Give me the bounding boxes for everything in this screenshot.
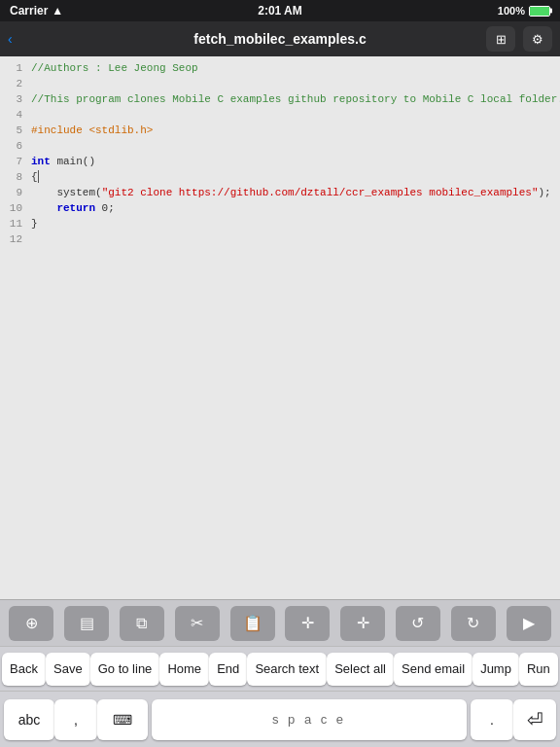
arrows-icon-left: ✛ xyxy=(301,614,314,632)
keyboard-toolbar-button[interactable]: ▤ xyxy=(64,606,109,641)
action-buttons-row: Back Save Go to line Home End Search tex… xyxy=(0,646,560,691)
back-button[interactable]: ‹ xyxy=(8,31,13,47)
code-editor[interactable]: 1 2 3 4 5 6 7 8 9 10 11 12 //Authors : L… xyxy=(0,56,560,599)
keyboard-icon: ▤ xyxy=(80,614,94,632)
add-toolbar-button[interactable]: ⊕ xyxy=(9,606,53,641)
line-num: 6 xyxy=(0,138,22,154)
title-actions: ⊞ ⚙ xyxy=(486,26,552,52)
keyboard-row: abc , ⌨ s p a c e . ⏎ xyxy=(0,691,560,747)
plus-circle-icon: ⊕ xyxy=(25,614,38,632)
gear-icon: ⚙ xyxy=(532,32,543,47)
period-key[interactable]: . xyxy=(471,699,513,740)
play-icon: ▶ xyxy=(523,614,535,632)
select-all-button[interactable]: Select all xyxy=(327,653,394,686)
status-time: 2:01 AM xyxy=(258,4,302,18)
line-num: 11 xyxy=(0,216,22,231)
home-action-button[interactable]: Home xyxy=(159,653,209,686)
line-num: 4 xyxy=(0,107,22,123)
line-num: 9 xyxy=(0,185,22,200)
line-numbers: 1 2 3 4 5 6 7 8 9 10 11 12 xyxy=(0,56,27,599)
screenshot-button[interactable]: ⊞ xyxy=(486,26,515,52)
back-action-button[interactable]: Back xyxy=(2,653,46,686)
comma-key[interactable]: , xyxy=(54,699,97,740)
copy-toolbar-button[interactable]: ⧉ xyxy=(120,606,164,641)
battery-percent: 100% xyxy=(498,5,525,17)
end-action-button[interactable]: End xyxy=(209,653,247,686)
redo-icon: ↻ xyxy=(467,614,479,632)
keyboard-layout-key[interactable]: ⌨ xyxy=(97,699,148,740)
back-chevron-icon: ‹ xyxy=(8,31,13,47)
arrows-icon-right: ✛ xyxy=(357,614,369,632)
clipboard-icon: 📋 xyxy=(243,614,262,632)
return-key[interactable]: ⏎ xyxy=(513,699,556,740)
copy-icon: ⧉ xyxy=(136,615,147,632)
scissors-icon: ✂ xyxy=(191,614,203,632)
toolbar-row: ⊕ ▤ ⧉ ✂ 📋 ✛ ✛ ↺ ↻ ▶ xyxy=(0,599,560,646)
run-toolbar-button[interactable]: ▶ xyxy=(507,606,551,641)
search-text-button[interactable]: Search text xyxy=(247,653,327,686)
goto-line-button[interactable]: Go to line xyxy=(90,653,160,686)
line-num: 12 xyxy=(0,231,22,247)
line-num: 1 xyxy=(0,60,22,76)
line-num: 2 xyxy=(0,76,22,91)
line-num: 7 xyxy=(0,154,22,169)
file-title: fetch_mobilec_examples.c xyxy=(193,31,366,47)
wifi-icon: ▲ xyxy=(52,4,63,18)
paste-toolbar-button[interactable]: 📋 xyxy=(230,606,275,641)
keyboard-layout-icon: ⌨ xyxy=(113,712,132,728)
title-bar: ‹ fetch_mobilec_examples.c ⊞ ⚙ xyxy=(0,21,560,56)
jump-button[interactable]: Jump xyxy=(472,653,519,686)
settings-button[interactable]: ⚙ xyxy=(523,26,552,52)
status-left: Carrier ▲ xyxy=(10,4,63,18)
cut-toolbar-button[interactable]: ✂ xyxy=(175,606,220,641)
space-key[interactable]: s p a c e xyxy=(152,699,467,740)
carrier-label: Carrier xyxy=(10,4,48,18)
move-left-toolbar-button[interactable]: ✛ xyxy=(285,606,330,641)
line-num: 8 xyxy=(0,169,22,185)
status-right: 100% xyxy=(498,5,550,17)
line-num: 3 xyxy=(0,91,22,107)
screenshot-icon: ⊞ xyxy=(496,32,507,47)
status-bar: Carrier ▲ 2:01 AM 100% xyxy=(0,0,560,21)
battery-icon xyxy=(529,6,550,17)
move-right-toolbar-button[interactable]: ✛ xyxy=(340,606,385,641)
undo-icon: ↺ xyxy=(411,614,424,632)
undo-toolbar-button[interactable]: ↺ xyxy=(396,606,440,641)
save-action-button[interactable]: Save xyxy=(46,653,90,686)
abc-key[interactable]: abc xyxy=(4,699,54,740)
send-email-button[interactable]: Send email xyxy=(394,653,472,686)
redo-toolbar-button[interactable]: ↻ xyxy=(451,606,496,641)
run-action-button[interactable]: Run xyxy=(519,653,558,686)
code-text[interactable]: //Authors : Lee Jeong Seop //This progra… xyxy=(27,56,560,599)
return-icon: ⏎ xyxy=(527,708,543,731)
line-num: 5 xyxy=(0,123,22,138)
line-num: 10 xyxy=(0,200,22,216)
